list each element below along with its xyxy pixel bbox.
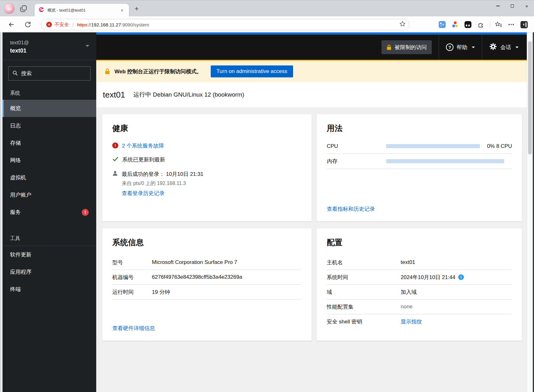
browser-window: 概览 - text01@text01 × + × × 不安全 | https:/… <box>0 0 534 392</box>
sidebar-item-network[interactable]: 网络 <box>3 152 96 169</box>
browser-toolbar: × 不安全 | https://192.168.11.27:9090/syste… <box>0 16 534 32</box>
accent-bar <box>96 32 527 35</box>
help-label: 帮助 <box>457 44 467 51</box>
sidebar-item-logs[interactable]: 日志 <box>3 117 96 134</box>
extensions-puzzle-icon[interactable] <box>476 20 485 29</box>
url-scheme: https <box>77 22 87 27</box>
gear-icon <box>489 42 497 52</box>
minimize-button[interactable] <box>491 0 505 12</box>
masthead-divider <box>482 35 482 60</box>
lock-icon <box>387 44 392 50</box>
scrollbar-thumb[interactable] <box>528 41 532 154</box>
sidebar-item-storage[interactable]: 存储 <box>3 134 96 152</box>
sidebar-item-services[interactable]: 服务 ! <box>3 204 96 221</box>
extension-blue-icon[interactable] <box>438 20 446 29</box>
page-scrollbar[interactable] <box>527 32 533 392</box>
host-switcher[interactable]: text01@ text01 <box>3 32 96 60</box>
sidebar-item-updates[interactable]: 软件更新 <box>3 246 96 263</box>
system-time-label: 系统时间 <box>327 274 401 281</box>
cpu-usage-row: CPU 0% 8 CPU <box>327 139 512 154</box>
lock-icon <box>105 68 110 75</box>
hardware-details-link[interactable]: 查看硬件详细信息 <box>112 325 302 332</box>
maximize-button[interactable] <box>505 0 520 12</box>
toolbar-extensions <box>438 20 534 29</box>
restricted-mode-banner: Web 控制台正运行于限制访问模式。 Turn on administrativ… <box>96 60 527 82</box>
extension-dark-icon[interactable] <box>464 20 472 29</box>
debian-favicon-icon <box>38 7 44 14</box>
sidebar-item-terminal[interactable]: 终端 <box>3 281 96 298</box>
favorites-bar-icon[interactable] <box>494 20 503 29</box>
help-menu[interactable]: ? 帮助 <box>446 43 475 51</box>
metrics-history-link[interactable]: 查看指标和历史记录 <box>327 205 512 213</box>
chevron-down-icon <box>515 47 519 50</box>
tab-close-icon[interactable]: × <box>119 7 125 14</box>
memory-usage-row: 内存 <box>327 154 512 169</box>
more-menu-icon[interactable] <box>507 20 515 29</box>
uptime-row: 运行时间 19 分钟 <box>112 285 302 300</box>
sidebar-search-input[interactable]: 搜索 <box>8 66 91 81</box>
host-switcher-user: text01@ <box>10 39 89 47</box>
cpu-label: CPU <box>327 143 386 149</box>
profile-avatar[interactable] <box>4 3 14 14</box>
info-icon[interactable]: i <box>458 274 464 280</box>
sidebar-toggle-icon[interactable] <box>520 20 528 29</box>
ssh-keys-label: 安全 shell 密钥 <box>327 318 401 325</box>
workspaces-icon[interactable] <box>19 4 28 14</box>
sidebar-item-vms[interactable]: 虚拟机 <box>3 169 96 186</box>
machine-id-label: 机器编号 <box>112 274 152 281</box>
overview-content: 健康 ! 2 个系统服务故障 系统已更新到最新 <box>96 107 527 392</box>
back-icon[interactable] <box>7 20 16 29</box>
hostname-label: 主机名 <box>327 259 401 266</box>
nav-section-tools: 工具 软件更新 应用程序 终端 <box>3 231 96 298</box>
machine-id-value: 6276f49763e842398cff5b3a4e23269a <box>152 274 302 280</box>
address-bar[interactable]: × 不安全 | https://192.168.11.27:9090/syste… <box>41 19 409 30</box>
cockpit-main: 被限制的访问 ? 帮助 会话 Web 控制台正运行于限制访问模式。 Turn o… <box>96 32 527 392</box>
url-scheme-sep: :// <box>87 22 91 27</box>
sidebar-item-overview[interactable]: 概览 <box>3 100 96 117</box>
exclamation-circle-icon: ! <box>112 143 118 148</box>
system-up-to-date-text: 系统已更新到最新 <box>122 156 165 163</box>
sidebar-item-applications[interactable]: 应用程序 <box>3 263 96 281</box>
host-status: 运行中 Debian GNU/Linux 12 (bookworm) <box>133 91 244 99</box>
not-secure-icon[interactable]: × <box>46 22 52 27</box>
toolbar-divider <box>490 21 490 28</box>
configuration-title: 配置 <box>327 237 512 248</box>
turn-on-admin-access-button[interactable]: Turn on administrative access <box>211 65 293 77</box>
system-info-card: 系统信息 型号 Microsoft Corporation Surface Pr… <box>102 228 312 341</box>
session-label: 会话 <box>500 44 511 51</box>
check-icon <box>112 156 119 164</box>
new-tab-button[interactable]: + <box>135 5 139 12</box>
domain-row: 域 加入域 <box>327 285 512 300</box>
performance-profile-row: 性能配置集 none <box>327 300 512 314</box>
restricted-access-button[interactable]: 被限制的访问 <box>381 40 432 54</box>
uptime-label: 运行时间 <box>112 288 152 296</box>
close-button[interactable]: × <box>520 0 534 12</box>
system-up-to-date-item: 系统已更新到最新 <box>112 156 302 164</box>
browser-tab-strip: 概览 - text01@text01 × + × <box>0 0 534 16</box>
uptime-value: 19 分钟 <box>152 288 302 296</box>
system-time-value: 2024年10月10日 21:44 <box>401 274 455 281</box>
sidebar-item-accounts[interactable]: 用户账户 <box>3 186 96 204</box>
model-row: 型号 Microsoft Corporation Surface Pro 7 <box>112 255 302 270</box>
chevron-down-icon <box>472 47 475 50</box>
join-domain-button[interactable]: 加入域 <box>401 288 512 296</box>
favorite-star-icon[interactable] <box>399 20 406 29</box>
not-secure-label: 不安全 <box>55 22 69 28</box>
browser-tab-active[interactable]: 概览 - text01@text01 × <box>35 4 129 17</box>
login-history-link[interactable]: 查看登录历史记录 <box>122 190 164 196</box>
extension-colorful-icon[interactable] <box>451 20 459 29</box>
performance-profile-value: none <box>401 304 512 310</box>
session-menu[interactable]: 会话 <box>489 42 519 52</box>
search-placeholder: 搜索 <box>21 70 32 77</box>
show-fingerprints-link[interactable]: 显示指纹 <box>401 318 512 325</box>
failed-services-link[interactable]: 2 个系统服务故障 <box>122 142 164 149</box>
failed-services-item: ! 2 个系统服务故障 <box>112 142 302 149</box>
hostname-row: 主机名 text01 <box>327 255 512 270</box>
health-card-title: 健康 <box>112 123 302 133</box>
url-host: 192.168.11.27 <box>91 22 121 27</box>
window-right-edge <box>533 32 534 392</box>
refresh-icon[interactable] <box>23 20 32 29</box>
model-label: 型号 <box>112 259 152 266</box>
url-text[interactable]: https://192.168.11.27:9090/system <box>77 22 396 27</box>
health-card: 健康 ! 2 个系统服务故障 系统已更新到最新 <box>102 114 312 221</box>
